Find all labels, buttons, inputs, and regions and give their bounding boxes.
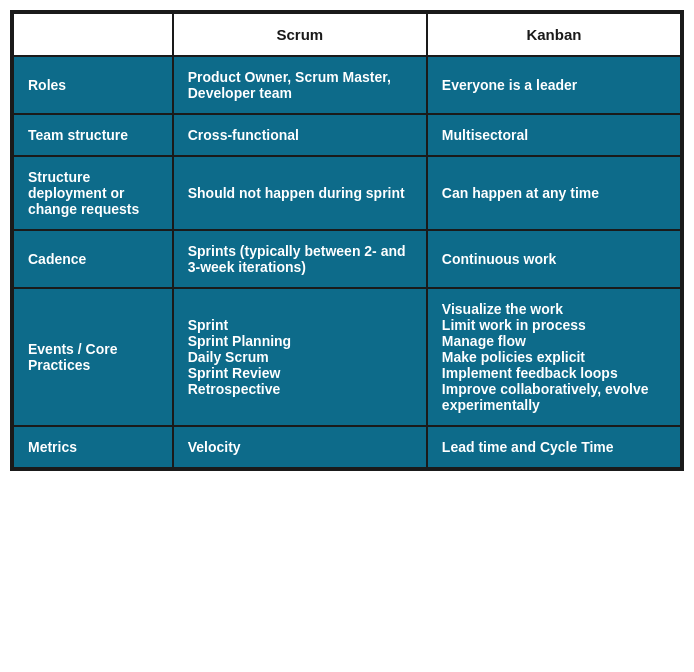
row-scrum: Sprints (typically between 2- and 3-week…: [173, 230, 427, 288]
table-row: MetricsVelocityLead time and Cycle Time: [13, 426, 681, 468]
row-scrum: Velocity: [173, 426, 427, 468]
row-label: Team structure: [13, 114, 173, 156]
row-scrum: Should not happen during sprint: [173, 156, 427, 230]
row-kanban: Lead time and Cycle Time: [427, 426, 681, 468]
table-row: Team structureCross-functionalMultisecto…: [13, 114, 681, 156]
row-label: Structure deployment or change requests: [13, 156, 173, 230]
row-label: Cadence: [13, 230, 173, 288]
comparison-table: Scrum Kanban RolesProduct Owner, Scrum M…: [10, 10, 684, 471]
table-row: Structure deployment or change requestsS…: [13, 156, 681, 230]
row-label: Roles: [13, 56, 173, 114]
row-label: Metrics: [13, 426, 173, 468]
table-row: Events / Core PracticesSprintSprint Plan…: [13, 288, 681, 426]
header-row: Scrum Kanban: [13, 13, 681, 56]
table-row: RolesProduct Owner, Scrum Master, Develo…: [13, 56, 681, 114]
row-scrum: Product Owner, Scrum Master, Developer t…: [173, 56, 427, 114]
row-kanban: Multisectoral: [427, 114, 681, 156]
table-row: CadenceSprints (typically between 2- and…: [13, 230, 681, 288]
row-scrum: Cross-functional: [173, 114, 427, 156]
row-kanban: Everyone is a leader: [427, 56, 681, 114]
header-category: [13, 13, 173, 56]
row-kanban: Continuous work: [427, 230, 681, 288]
header-scrum: Scrum: [173, 13, 427, 56]
row-scrum: SprintSprint PlanningDaily ScrumSprint R…: [173, 288, 427, 426]
row-label: Events / Core Practices: [13, 288, 173, 426]
row-kanban: Can happen at any time: [427, 156, 681, 230]
row-kanban: Visualize the workLimit work in processM…: [427, 288, 681, 426]
header-kanban: Kanban: [427, 13, 681, 56]
